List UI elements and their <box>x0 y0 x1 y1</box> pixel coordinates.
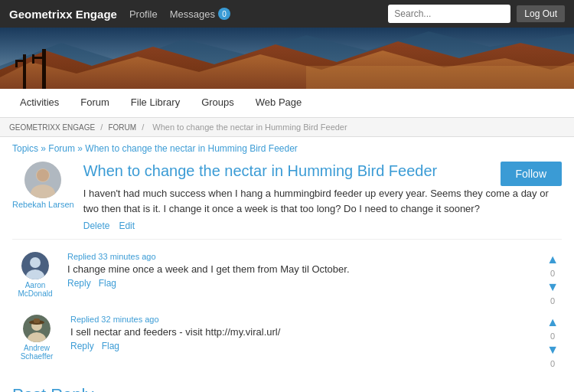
subnav-groups[interactable]: Groups <box>191 89 245 117</box>
breadcrumb: Geometrixx Engage / Forum / When to chan… <box>0 118 574 137</box>
reply-actions-1: Reply Flag <box>70 341 534 351</box>
breadcrumb-sep-1: / <box>100 122 105 132</box>
svg-rect-11 <box>43 57 45 66</box>
nav-profile[interactable]: Profile <box>129 8 158 20</box>
reply-meta-0: Replied 33 minutes ago <box>67 252 534 261</box>
header-right: Log Out <box>388 5 565 23</box>
reply-meta-1: Replied 32 minutes ago <box>70 315 534 324</box>
avatar-svg <box>24 162 61 198</box>
search-input[interactable] <box>388 5 510 23</box>
post-author-section: Rebekah Larsen <box>12 162 74 209</box>
reply-content-1: Replied 32 minutes ago I sell nectar and… <box>70 315 534 351</box>
logout-button[interactable]: Log Out <box>517 5 565 22</box>
subnav-web-page[interactable]: Web Page <box>245 89 312 117</box>
vote-count-1: 0 <box>550 332 555 341</box>
post-reply-section: Post Reply <box>12 385 562 392</box>
subnav-file-library[interactable]: File Library <box>120 89 191 117</box>
hero-banner <box>0 28 574 89</box>
subnav-activities[interactable]: Activities <box>9 89 70 117</box>
topic-path: Topics » Forum » When to change the nect… <box>12 143 562 154</box>
vote-count-0: 0 <box>550 269 555 278</box>
header-left: Geometrixx Engage Profile Messages 0 <box>9 8 230 21</box>
post-divider <box>12 239 562 240</box>
reply-row-0: Aaron McDonald Replied 33 minutes ago I … <box>12 247 562 310</box>
reply-link-0[interactable]: Reply <box>67 278 91 289</box>
reply-link-1[interactable]: Reply <box>70 341 94 351</box>
reply-avatar-0 <box>21 252 49 279</box>
reply-author-section-0: Aaron McDonald <box>12 252 58 298</box>
vote-up-1[interactable]: ▲ <box>543 315 562 330</box>
reply-avatar-svg-0 <box>21 252 49 279</box>
reply-author-name-0[interactable]: Aaron McDonald <box>12 281 58 298</box>
messages-count-badge: 0 <box>218 8 230 20</box>
nav-messages[interactable]: Messages 0 <box>170 8 230 20</box>
vote-controls-0: ▲ 0 ▼ 0 <box>543 252 562 305</box>
vote-controls-1: ▲ 0 ▼ 0 <box>543 315 562 368</box>
vote-down-count-1: 0 <box>550 359 555 368</box>
post-reply-title: Post Reply <box>12 385 562 392</box>
svg-rect-8 <box>42 49 46 89</box>
post-body: I haven't had much success when I hang a… <box>83 186 562 216</box>
follow-button[interactable]: Follow <box>501 162 562 186</box>
messages-label: Messages <box>170 8 215 20</box>
edit-link[interactable]: Edit <box>119 220 135 231</box>
flag-link-0[interactable]: Flag <box>99 278 116 289</box>
original-post: Rebekah Larsen When to change the nectar… <box>12 162 562 231</box>
brand-logo: Geometrixx Engage <box>9 8 117 21</box>
vote-down-1[interactable]: ▼ <box>543 342 562 358</box>
breadcrumb-forum[interactable]: Forum <box>108 123 136 132</box>
reply-actions-0: Reply Flag <box>67 278 534 289</box>
post-actions: Delete Edit <box>83 220 562 231</box>
vote-down-count-0: 0 <box>550 296 555 305</box>
vote-down-0[interactable]: ▼ <box>543 279 562 295</box>
reply-author-section-1: Andrew Schaeffer <box>12 315 61 361</box>
reply-avatar-1 <box>23 315 51 342</box>
header: Geometrixx Engage Profile Messages 0 Log… <box>0 0 574 28</box>
reply-text-1: I sell nectar and feeders - visit http:/… <box>70 326 534 338</box>
main-content: Topics » Forum » When to change the nect… <box>0 137 574 392</box>
hero-svg <box>0 28 574 89</box>
reply-avatar-svg-1 <box>23 315 51 342</box>
reply-row-1: Andrew Schaeffer Replied 32 minutes ago … <box>12 310 562 373</box>
subnav-forum[interactable]: Forum <box>70 89 120 117</box>
svg-rect-24 <box>34 318 40 323</box>
breadcrumb-sep-2: / <box>142 122 146 132</box>
reply-text-0: I change mine once a week and I get them… <box>67 263 534 275</box>
svg-rect-6 <box>15 60 18 67</box>
svg-rect-7 <box>24 60 26 67</box>
post-title: When to change the nectar in Humming Bir… <box>83 162 437 180</box>
post-author-avatar <box>24 162 61 198</box>
post-header: Rebekah Larsen When to change the nectar… <box>12 162 562 231</box>
reply-author-name-1[interactable]: Andrew Schaeffer <box>12 344 61 361</box>
sub-nav: Activities Forum File Library Groups Web… <box>0 89 574 118</box>
breadcrumb-current: When to change the nectar in Humming Bir… <box>152 122 347 132</box>
breadcrumb-home[interactable]: Geometrixx Engage <box>9 123 95 132</box>
delete-link[interactable]: Delete <box>83 220 110 231</box>
post-author-name[interactable]: Rebekah Larsen <box>12 200 74 209</box>
flag-link-1[interactable]: Flag <box>102 341 119 351</box>
svg-rect-10 <box>32 54 34 64</box>
svg-rect-12 <box>306 66 574 89</box>
post-title-follow: When to change the nectar in Humming Bir… <box>83 162 562 231</box>
svg-point-16 <box>37 169 49 181</box>
svg-point-18 <box>30 257 41 268</box>
reply-content-0: Replied 33 minutes ago I change mine onc… <box>67 252 534 289</box>
vote-up-0[interactable]: ▲ <box>543 252 562 267</box>
svg-rect-4 <box>23 54 26 89</box>
